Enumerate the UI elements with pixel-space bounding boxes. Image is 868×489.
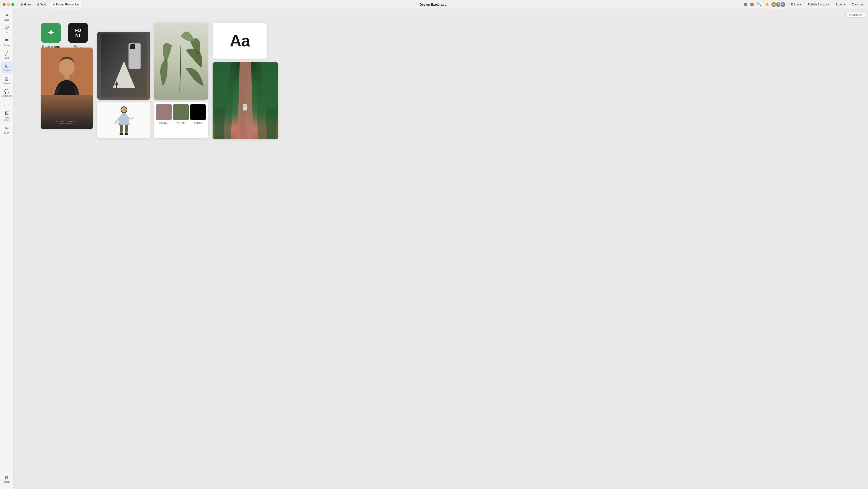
card-person-portrait[interactable]: STILIHI COMPANYBYRON BAY [41, 48, 93, 129]
forest-illustration [213, 62, 278, 139]
svg-rect-12 [115, 84, 117, 85]
titlebar-right: ⊡ 21 🔍 🔔 A B C Editors ▾ Publish & share… [744, 2, 865, 7]
palette-labels: #977D77 #66744F #000000 [156, 122, 206, 124]
draw-icon: ✏ [5, 126, 8, 131]
tab-design-label: Design Exploration [56, 3, 79, 6]
svg-point-19 [121, 107, 127, 113]
more-icon: ··· [5, 102, 8, 107]
card-plant[interactable] [154, 23, 208, 99]
tab-design[interactable]: Design Exploration [51, 2, 81, 7]
sidebar-item-board[interactable]: ⊞ Board [1, 62, 13, 74]
comment-icon: 💬 [4, 89, 9, 94]
svg-point-9 [133, 45, 134, 47]
card-palette[interactable]: #977D77 #66744F #000000 [154, 102, 208, 138]
card-typography[interactable]: Aa [213, 23, 267, 59]
sidebar-line-label: Line [4, 57, 9, 59]
sidebar-item-draw[interactable]: ✏ Draw [1, 124, 13, 136]
main-layout: ≡ Note 🔗 Link ☰ To-do ╱ Line ⊞ Board ▤ C… [0, 9, 868, 489]
bell-icon[interactable]: 🔔 [765, 2, 769, 6]
swatch-3 [190, 104, 206, 120]
link-icon: 🔗 [4, 26, 9, 31]
tabs: Home Work Design Exploration [18, 2, 81, 7]
svg-rect-24 [243, 108, 246, 109]
sidebar-board-label: Board [4, 69, 10, 72]
card-forest[interactable] [213, 62, 278, 139]
unsorted-badge[interactable]: 0 Unsorted [846, 12, 865, 18]
chevron-down-icon: ▾ [844, 3, 845, 6]
maximize-button[interactable] [11, 3, 14, 6]
palette-swatches [156, 104, 206, 120]
sidebar-todo-label: To-do [4, 44, 9, 47]
titlebar: Home Work Design Exploration Design Expl… [0, 0, 868, 9]
person-card-text: STILIHI COMPANYBYRON BAY [55, 120, 78, 124]
trash-icon: 🗑 [5, 475, 9, 480]
canvas: 0 Unsorted ✦ Illustrations 1 board, 6 ca… [13, 9, 868, 489]
column-icon: ▤ [5, 76, 9, 81]
svg-point-10 [130, 47, 132, 49]
svg-rect-18 [123, 113, 125, 115]
plant-illustration [154, 23, 208, 99]
sidebar-draw-label: Draw [4, 132, 9, 134]
person-portrait-illustration [41, 48, 93, 96]
svg-rect-23 [243, 105, 246, 107]
swatch-label-2: #66744F [173, 122, 189, 124]
editors-button[interactable]: Editors ▾ [789, 2, 803, 7]
window-title: Design Exploration [420, 3, 448, 6]
minimize-button[interactable] [7, 3, 10, 6]
publish-share-button[interactable]: Publish & share ▾ [806, 2, 831, 7]
svg-point-8 [130, 45, 132, 47]
sidebar-column-label: Column [3, 82, 10, 84]
sidebar-item-more[interactable]: ··· [1, 100, 13, 108]
tab-work-label: Work [40, 3, 47, 6]
tab-home[interactable]: Home [18, 2, 33, 7]
iphone-illustration [101, 34, 147, 97]
swatch-label-3: #000000 [190, 122, 206, 124]
walker-illustration [103, 104, 144, 136]
svg-point-17 [124, 133, 128, 135]
chevron-down-icon: ▾ [828, 3, 829, 6]
sidebar-item-todo[interactable]: ☰ To-do [1, 36, 13, 48]
typography-text: Aa [230, 31, 250, 50]
search-icon[interactable]: 🔍 [757, 2, 762, 6]
tab-work[interactable]: Work [35, 2, 49, 7]
sidebar-item-comment[interactable]: 💬 Comment [1, 87, 13, 99]
close-button[interactable] [3, 3, 6, 6]
sidebar-item-note[interactable]: ≡ Note [1, 11, 13, 23]
folder-icon-illustrations: ✦ [41, 23, 61, 43]
sidebar-link-label: Link [4, 31, 9, 34]
sidebar-trash-label: Trash [4, 481, 9, 483]
traffic-lights [3, 3, 14, 6]
tab-dot-design [53, 3, 55, 6]
board-icon: ⊞ [5, 64, 8, 68]
svg-rect-2 [64, 75, 69, 79]
note-icon: ≡ [5, 13, 8, 18]
card-walker[interactable] [97, 102, 150, 138]
sidebar-add-image-label: Add image [2, 116, 11, 121]
tab-dot-work [37, 3, 39, 6]
tab-home-label: Home [24, 3, 31, 6]
svg-rect-13 [117, 83, 118, 85]
swatch-label-1: #977D77 [156, 122, 172, 124]
card-iphone[interactable] [97, 32, 150, 99]
swatch-2 [173, 104, 189, 120]
svg-rect-11 [116, 82, 117, 88]
folder-icon-fonts: FONT [68, 23, 88, 43]
screen-icon: ⊡ [744, 2, 747, 6]
export-button[interactable]: Export ▾ [834, 2, 847, 7]
sidebar-item-add-image[interactable]: 🖼 Add image [1, 109, 13, 123]
canvas-content: ✦ Illustrations 1 board, 6 cards FONT Fo… [41, 23, 864, 485]
avatars: A B C [772, 2, 786, 7]
sidebar-item-trash[interactable]: 🗑 Trash [1, 473, 13, 485]
sidebar-note-label: Note [4, 19, 9, 21]
sidebar-item-link[interactable]: 🔗 Link [1, 24, 13, 35]
notification-badge[interactable]: 21 [750, 3, 754, 6]
sidebar-item-column[interactable]: ▤ Column [1, 75, 13, 86]
line-icon: ╱ [5, 51, 8, 56]
chevron-down-icon: ▾ [800, 3, 801, 6]
sidebar: ≡ Note 🔗 Link ☰ To-do ╱ Line ⊞ Board ▤ C… [0, 9, 13, 489]
sidebar-item-line[interactable]: ╱ Line [1, 49, 13, 61]
svg-point-16 [119, 133, 123, 135]
todo-icon: ☰ [5, 38, 9, 43]
tab-dot-home [21, 3, 23, 6]
zoom-button[interactable]: Zoom out [850, 2, 865, 7]
